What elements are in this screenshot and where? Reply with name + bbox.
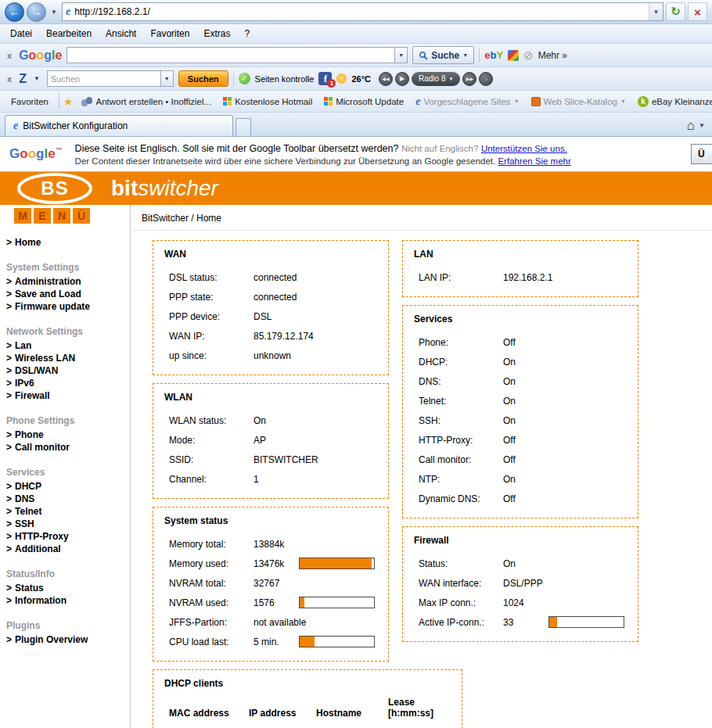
sidebar-item-dhcp[interactable]: >DHCP (6, 480, 130, 493)
menu-bearbeiten[interactable]: Bearbeiten (39, 26, 99, 41)
brand-name-bit: bit (111, 176, 138, 200)
google-search-input[interactable] (67, 47, 395, 63)
menu-extras[interactable]: Extras (196, 26, 237, 41)
sidebar-section-system-settings: System Settings (6, 262, 130, 273)
sidebar-item-label: Phone (15, 429, 44, 440)
sidebar-item-label: Lan (15, 340, 31, 351)
history-dropdown-icon[interactable]: ▼ (49, 9, 59, 16)
nvram-used-bar (299, 597, 375, 608)
add-favorite-star-icon[interactable]: ★ (63, 96, 74, 107)
row-memory-total: Memory total:13884k (164, 534, 380, 554)
sidebar-item-call-monitor[interactable]: >Call monitor (6, 441, 130, 454)
sidebar-item-ipv6[interactable]: >IPv6 (6, 377, 130, 389)
sidebar-item-label: Plugin Overview (15, 634, 88, 645)
sidebar-item-phone[interactable]: >Phone (6, 429, 130, 441)
z-search-input[interactable] (47, 70, 161, 87)
favorite-link-ebay-kleinanzeigen[interactable]: k eBay Kleinanzeigen Be (634, 95, 712, 109)
tab-bitswitcher-konfiguration[interactable]: e BitSwitcher Konfiguration (5, 115, 233, 136)
menu-datei[interactable]: Datei (3, 26, 39, 41)
radio-play-button[interactable]: ▶ (395, 72, 409, 86)
tab-bar: e BitSwitcher Konfiguration ⌂ ▼ (0, 113, 712, 137)
close-google-toolbar-button[interactable]: x (5, 51, 14, 60)
page-check-label[interactable]: Seiten kontrolle (255, 74, 315, 84)
google-logo: Google™ (9, 146, 63, 162)
sidebar-item-firmware-update[interactable]: >Firmware update (6, 300, 130, 313)
favorites-button[interactable]: Favoriten (5, 95, 55, 108)
favorite-link-hotmail[interactable]: Kostenlose Hotmail (219, 95, 316, 108)
back-button[interactable]: ← (5, 2, 24, 22)
sidebar-item-telnet[interactable]: >Telnet (6, 505, 130, 518)
favorite-link-vorgeschlagene-sites[interactable]: e Vorgeschlagene Sites ▼ (412, 95, 523, 109)
temperature-label[interactable]: 26°C (351, 74, 371, 84)
menu-letter-ue: Ü (73, 208, 90, 224)
page-check-icon[interactable]: ✓ (239, 73, 250, 84)
chevron-icon: > (6, 481, 12, 492)
sidebar-section-phone-settings: Phone Settings (6, 415, 130, 426)
facebook-icon[interactable]: f 1 (318, 72, 332, 85)
translate-icon[interactable] (508, 50, 519, 61)
sidebar-item-ssh[interactable]: >SSH (6, 518, 130, 530)
close-z-toolbar-button[interactable]: x (5, 74, 14, 84)
z-search-dropdown-icon[interactable]: ▼ (161, 70, 174, 87)
z-toolbar-logo[interactable]: Z (19, 72, 27, 86)
suchen-button[interactable]: Suchen (178, 70, 228, 87)
chevron-icon: > (6, 390, 12, 401)
weather-icon[interactable] (336, 74, 347, 84)
ebay-icon[interactable]: ebY (484, 49, 503, 61)
sidebar-item-dsl-wan[interactable]: >DSL/WAN (6, 364, 130, 377)
menu-ansicht[interactable]: Ansicht (99, 26, 143, 41)
trademark-symbol: ™ (56, 146, 63, 154)
sidebar-item-label: SSH (15, 518, 34, 529)
home-button[interactable]: ⌂ (687, 119, 695, 132)
windows-flag-icon (223, 97, 232, 106)
row-jffs-partition: JFFS-Partion:not available (164, 612, 380, 632)
radio-volume-button[interactable]: ♪ (479, 72, 493, 86)
home-dropdown-icon[interactable]: ▼ (696, 122, 707, 129)
menu-hilfe[interactable]: ? (237, 26, 257, 41)
popup-blocker-icon[interactable]: ⊘ (523, 49, 534, 61)
sidebar-item-wireless-lan[interactable]: >Wireless LAN (6, 352, 130, 364)
sidebar-item-lan[interactable]: >Lan (6, 339, 130, 352)
favorite-link-web-slice-katalog[interactable]: Web Slice-Katalog ▼ (527, 95, 630, 108)
sidebar-item-save-and-load[interactable]: >Save and Load (6, 288, 130, 300)
stop-button[interactable]: × (688, 2, 707, 21)
favorite-link-microsoft-update[interactable]: Microsoft Update (320, 95, 408, 108)
sidebar-item-dns[interactable]: >DNS (6, 493, 130, 505)
support-us-link[interactable]: Unterstützen Sie uns. (481, 144, 567, 153)
radio-previous-button[interactable]: ◀◀ (379, 72, 393, 86)
row-active-ip-conn: Active IP-conn.:33 (414, 612, 630, 632)
radio-dropdown-icon: ▼ (448, 77, 453, 81)
row-ssh: SSH:On (414, 411, 630, 430)
address-dropdown-icon[interactable]: ▼ (649, 3, 663, 20)
sidebar-item-administration[interactable]: >Administration (6, 275, 130, 288)
wlan-panel: WLAN WLAN status:On Mode:AP SSID:BITSWIT… (153, 383, 389, 499)
refresh-button[interactable]: ↻ (666, 2, 685, 21)
forward-button[interactable]: → (27, 2, 46, 22)
favorite-link-antwort[interactable]: Antwort erstellen • Inoffiziel... (77, 95, 216, 108)
menu-favoriten[interactable]: Favoriten (143, 26, 196, 41)
more-button[interactable]: Mehr » (538, 50, 567, 61)
sidebar-item-status[interactable]: >Status (6, 582, 130, 594)
sidebar-item-home[interactable]: >Home (6, 236, 130, 249)
translate-button[interactable]: Ü (691, 144, 712, 164)
new-tab-button[interactable] (236, 118, 251, 136)
sidebar-item-http-proxy[interactable]: >HTTP-Proxy (6, 530, 130, 543)
sidebar-item-firewall[interactable]: >Firewall (6, 389, 130, 402)
firewall-panel: Firewall Status:On WAN interface:DSL/PPP… (402, 526, 638, 642)
learn-more-link[interactable]: Erfahren Sie mehr (498, 156, 570, 166)
google-search-dropdown-icon[interactable]: ▼ (395, 47, 408, 63)
radio-next-button[interactable]: ▶▶ (462, 72, 476, 86)
radio-station-selector[interactable]: Radio 8 ▼ (412, 72, 460, 86)
people-icon (81, 97, 93, 106)
url-text[interactable]: http://192.168.2.1/ (74, 6, 645, 17)
z-logo-dropdown-icon[interactable]: ▼ (31, 75, 42, 82)
google-search-button[interactable]: Suche ▼ (412, 46, 474, 64)
google-toolbar: x Google ▼ Suche ▼ ebY ⊘ Mehr » (0, 44, 712, 67)
menu-bar: Datei Bearbeiten Ansicht Favoriten Extra… (0, 24, 712, 44)
sidebar-item-plugin-overview[interactable]: >Plugin Overview (6, 633, 130, 646)
navigation-bar: ← → ▼ e http://192.168.2.1/ ▼ ↻ × (0, 0, 712, 24)
sidebar-item-information[interactable]: >Information (6, 594, 130, 607)
magnifier-icon (419, 51, 428, 60)
address-bar[interactable]: e http://192.168.2.1/ ▼ (62, 2, 663, 21)
sidebar-item-additional[interactable]: >Additional (6, 543, 130, 555)
